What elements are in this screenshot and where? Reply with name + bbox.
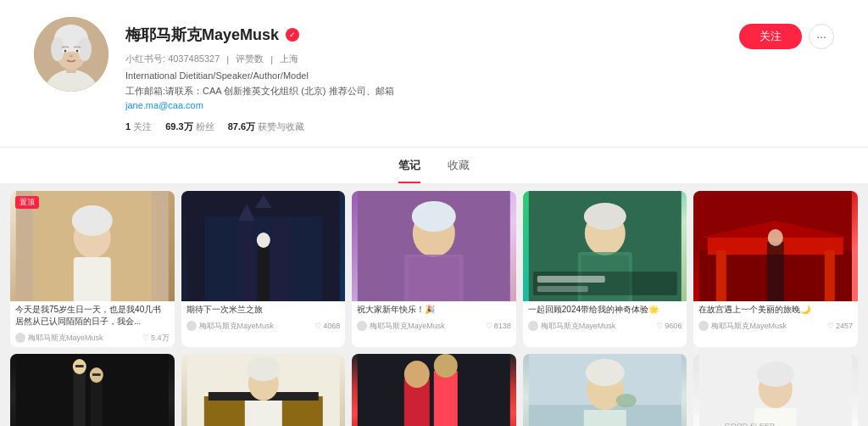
profile-email[interactable]: jane.ma@caa.com xyxy=(125,98,481,114)
verified-icon: ✓ xyxy=(286,28,299,42)
svg-rect-52 xyxy=(91,379,103,426)
content-grid-row1: 置顶 今天是我75岁生日一天，也是我40几书居然从已认同陌陌的日子，我会... xyxy=(0,184,868,354)
heart-icon-1: ♡ xyxy=(142,334,149,342)
author-avatar-mini-1 xyxy=(15,333,25,343)
author-avatar-mini-5 xyxy=(698,321,709,331)
svg-text:GOOD SLEEP: GOOD SLEEP xyxy=(725,422,775,426)
heart-icon-2: ♡ xyxy=(314,322,321,330)
grid-item-author-2: 梅耶马斯克MayeMusk xyxy=(186,321,275,332)
grid-item-img-1: 置顶 xyxy=(10,191,175,301)
svg-rect-46 xyxy=(825,250,835,301)
grid-item-img-7 xyxy=(181,354,346,426)
grid-item-title-4: 一起回顾2024带给我的神奇体验🌟 xyxy=(523,301,687,317)
svg-point-13 xyxy=(70,55,73,58)
svg-rect-71 xyxy=(584,410,626,426)
grid-item-img-10: GOOD SLEEP xyxy=(693,354,858,426)
tab-favorites[interactable]: 收藏 xyxy=(448,154,470,177)
svg-rect-65 xyxy=(434,371,458,426)
svg-rect-50 xyxy=(74,371,86,426)
grid-item-6[interactable]: 梅耶马斯克MayeMusk ♡ xyxy=(10,354,175,426)
fans-label: 评赞数 xyxy=(236,53,264,65)
grid-item-img-4 xyxy=(523,191,687,301)
grid-item-5[interactable]: 在故宫遇上一个美丽的旅晚🌙 梅耶马斯克MayeMusk ♡ 2457 xyxy=(693,191,858,347)
separator1: | xyxy=(226,54,229,64)
svg-point-30 xyxy=(412,201,456,232)
svg-rect-24 xyxy=(237,221,254,301)
grid-item-7[interactable]: 梅耶马斯克MayeMusk ♡ xyxy=(181,354,346,426)
svg-point-48 xyxy=(768,229,783,246)
tabs-section: 笔记 收藏 xyxy=(0,148,868,184)
grid-item-author-5: 梅耶马斯克MayeMusk xyxy=(698,321,787,332)
svg-point-19 xyxy=(74,205,111,231)
heart-icon-3: ♡ xyxy=(486,322,492,330)
tab-notes[interactable]: 笔记 xyxy=(398,154,420,177)
grid-item-footer-3: 梅耶马斯克MayeMusk ♡ 8138 xyxy=(352,317,516,335)
xiaohongshu-id: 小红书号: 4037485327 xyxy=(125,53,220,65)
grid-item-title-1: 今天是我75岁生日一天，也是我40几书居然从已认同陌陌的日子，我会... xyxy=(10,301,175,329)
grid-item-footer-1: 梅耶马斯克MayeMusk ♡ 5.4万 xyxy=(10,329,175,347)
badge-replay: 置顶 xyxy=(15,196,39,209)
avatar xyxy=(34,17,108,92)
profile-section: 梅耶马斯克MayeMusk ✓ 关注 ··· 小红书号: 4037485327 … xyxy=(0,0,868,148)
svg-rect-47 xyxy=(767,242,784,301)
svg-point-70 xyxy=(586,359,625,386)
grid-item-author-1: 梅耶马斯克MayeMusk xyxy=(15,333,103,344)
svg-rect-61 xyxy=(244,401,281,426)
grid-item-footer-2: 梅耶马斯克MayeMusk ♡ 4068 xyxy=(181,317,346,335)
grid-item-4[interactable]: 一起回顾2024带给我的神奇体验🌟 梅耶马斯克MayeMusk ♡ 9606 xyxy=(523,191,687,347)
grid-item-likes-1: ♡ 5.4万 xyxy=(142,333,170,344)
svg-rect-18 xyxy=(74,257,111,301)
grid-item-footer-5: 梅耶马斯克MayeMusk ♡ 2457 xyxy=(693,317,858,335)
svg-rect-32 xyxy=(404,255,464,301)
svg-rect-45 xyxy=(716,250,726,301)
grid-item-8[interactable]: 梅耶马斯克MayeMusk ♡ xyxy=(352,354,516,426)
svg-rect-25 xyxy=(271,221,288,301)
grid-item-author-4: 梅耶马斯克MayeMusk xyxy=(528,321,616,332)
grid-item-1[interactable]: 置顶 今天是我75岁生日一天，也是我40几书居然从已认同陌陌的日子，我会... xyxy=(10,191,175,347)
svg-point-60 xyxy=(246,357,280,381)
more-button[interactable]: ··· xyxy=(809,24,834,49)
grid-item-img-5 xyxy=(693,191,858,301)
svg-point-75 xyxy=(757,362,794,387)
svg-rect-55 xyxy=(92,373,101,376)
svg-rect-54 xyxy=(75,365,84,367)
author-avatar-mini-3 xyxy=(357,321,367,331)
stat-follow: 1 关注 xyxy=(125,121,152,133)
profile-stats: 1 关注 69.3万 粉丝 87.6万 获赞与收藏 xyxy=(125,121,834,133)
follow-button[interactable]: 关注 xyxy=(739,24,802,49)
grid-item-img-9 xyxy=(523,354,687,426)
grid-item-likes-5: ♡ 2457 xyxy=(827,322,853,330)
location: 上海 xyxy=(280,53,298,65)
svg-point-27 xyxy=(256,233,270,248)
svg-rect-40 xyxy=(537,286,588,292)
grid-item-3[interactable]: 祝大家新年快乐！🎉 梅耶马斯克MayeMusk ♡ 8138 xyxy=(352,191,516,347)
grid-item-title-2: 期待下一次米兰之旅 xyxy=(181,301,346,317)
heart-icon-4: ♡ xyxy=(656,322,663,330)
grid-item-footer-4: 梅耶马斯克MayeMusk ♡ 9606 xyxy=(523,317,687,335)
grid-item-2[interactable]: 期待下一次米兰之旅 梅耶马斯克MayeMusk ♡ 4068 xyxy=(181,191,346,347)
profile-actions: 关注 ··· xyxy=(739,20,834,49)
grid-item-9[interactable]: 梅耶马斯克MayeMusk ♡ 2167 xyxy=(523,354,687,426)
svg-rect-26 xyxy=(257,246,269,301)
stat-likes: 87.6万 获赞与收藏 xyxy=(228,121,304,133)
grid-item-likes-2: ♡ 4068 xyxy=(314,322,340,330)
grid-item-img-2 xyxy=(181,191,346,301)
page-wrapper: 梅耶马斯克MayeMusk ✓ 关注 ··· 小红书号: 4037485327 … xyxy=(0,0,868,426)
svg-point-64 xyxy=(404,361,430,388)
content-grid-row2: 梅耶马斯克MayeMusk ♡ xyxy=(0,354,868,426)
heart-icon-5: ♡ xyxy=(827,322,834,330)
author-avatar-mini-4 xyxy=(528,321,538,331)
grid-item-img-3 xyxy=(352,191,516,301)
svg-rect-39 xyxy=(537,276,605,283)
svg-point-7 xyxy=(51,37,64,61)
grid-item-title-5: 在故宫遇上一个美丽的旅晚🌙 xyxy=(693,301,858,317)
profile-name: 梅耶马斯克MayeMusk xyxy=(125,25,279,45)
author-avatar-mini-2 xyxy=(186,321,197,331)
svg-point-11 xyxy=(64,50,67,53)
profile-meta: 小红书号: 4037485327 | 评赞数 | 上海 xyxy=(125,53,834,65)
svg-point-8 xyxy=(78,37,92,61)
grid-item-img-6 xyxy=(10,354,175,426)
grid-item-author-3: 梅耶马斯克MayeMusk xyxy=(357,321,445,332)
grid-item-10[interactable]: GOOD SLEEP 宝中的宝睡眠 Good Sleep is Aft 梅耶马斯… xyxy=(693,354,858,426)
profile-name-row: 梅耶马斯克MayeMusk ✓ 关注 ··· xyxy=(125,20,834,49)
